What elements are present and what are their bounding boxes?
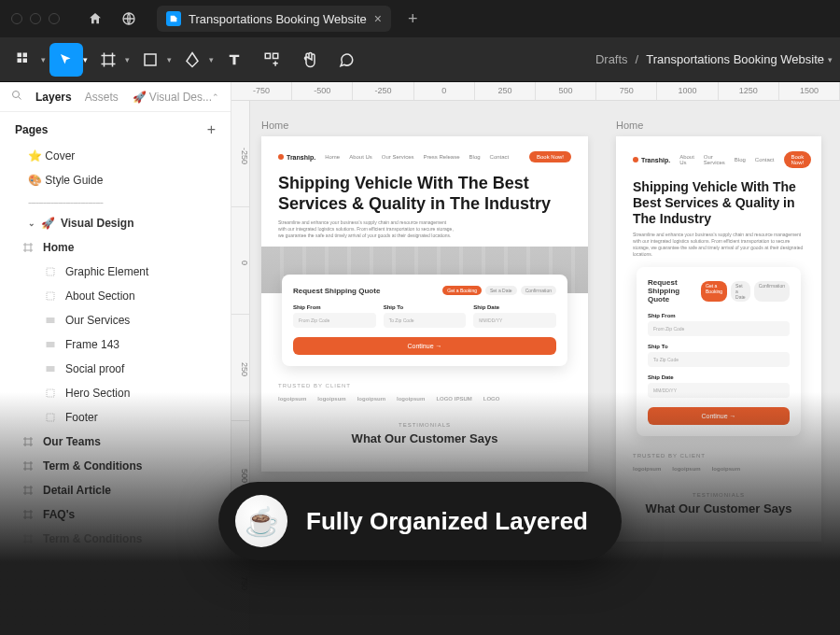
chevron-down-icon[interactable]: ▾ [828, 55, 833, 64]
group-icon [45, 388, 58, 399]
minimize-window-icon[interactable] [30, 13, 41, 24]
tab-layers[interactable]: Layers [35, 91, 72, 104]
artboard-mobile[interactable]: Home Tranship. About Us Our Services Blo… [616, 120, 821, 616]
titlebar: Transportations Booking Website × + [0, 0, 840, 37]
chevron-down-icon[interactable]: ▾ [83, 55, 88, 64]
artboard-label: Home [261, 120, 588, 131]
new-tab-button[interactable]: + [399, 6, 427, 33]
layer-about-section[interactable]: About Section [0, 284, 231, 308]
quote-steps: Get a Booking Set a Date Confirmation [701, 281, 790, 302]
nav-link: Contact [755, 157, 775, 162]
add-page-button[interactable]: + [207, 121, 216, 138]
move-tool-icon[interactable] [49, 43, 83, 77]
component-icon [45, 339, 58, 350]
layer-hero-section[interactable]: Hero Section [0, 381, 231, 405]
close-tab-icon[interactable]: × [374, 11, 382, 26]
layer-detail-article[interactable]: Detail Article [0, 478, 231, 502]
logo: Tranship. [278, 154, 315, 161]
frame-tool-icon[interactable] [91, 43, 125, 77]
artboard-frame[interactable]: Tranship. Home About Us Our Services Pre… [261, 136, 588, 472]
main-menu-icon[interactable] [7, 43, 41, 77]
home-icon[interactable] [82, 6, 108, 32]
toolbar: ▾ ▾ ▾ ▾ ▾ Drafts / Transportations Booki… [0, 37, 840, 82]
artboard-frame[interactable]: Tranship. About Us Our Services Blog Con… [616, 136, 821, 542]
nav-link: Press Release [424, 154, 460, 160]
file-tab[interactable]: Transportations Booking Website × [157, 6, 391, 32]
sidebar-tabs: Layers Assets 🚀 Visual Des... ⌃ [0, 82, 231, 112]
frame-icon [22, 509, 35, 520]
frame-icon [22, 485, 35, 496]
hero-subtitle: Streamline and enhance your business's s… [633, 232, 805, 258]
group-icon [45, 266, 58, 277]
tab-title: Transportations Booking Website [189, 12, 367, 26]
resources-tool-icon[interactable] [255, 43, 288, 77]
svg-rect-2 [23, 52, 28, 57]
component-icon [45, 363, 58, 374]
quote-title: Request Shipping Quote [648, 278, 701, 303]
frame-icon [22, 242, 35, 253]
nav-link: Our Services [704, 154, 725, 165]
tab-assets[interactable]: Assets [85, 91, 119, 104]
chevron-down-icon[interactable]: ▾ [125, 55, 130, 64]
continue-button: Continue → [648, 407, 790, 425]
chevron-down-icon[interactable]: ▾ [41, 55, 46, 64]
nav-link: About Us [679, 154, 694, 165]
page-style-guide[interactable]: 🎨 Style Guide [0, 168, 231, 192]
client-logos: logoipsum logoipsum logoipsum logoipsum … [278, 396, 571, 402]
client-logos: logoipsum logoipsum logoipsum [633, 466, 805, 472]
breadcrumb-separator: / [636, 52, 639, 66]
svg-rect-1 [18, 52, 22, 57]
site-nav: Tranship. Home About Us Our Services Pre… [278, 151, 571, 162]
breadcrumb-current[interactable]: Transportations Booking Website [646, 52, 824, 66]
layer-graphic-element[interactable]: Graphic Element [0, 260, 231, 284]
layer-faqs[interactable]: FAQ's [0, 502, 231, 527]
search-icon[interactable] [11, 90, 22, 104]
left-sidebar: Layers Assets 🚀 Visual Des... ⌃ Pages + … [0, 82, 231, 635]
pen-tool-icon[interactable] [175, 43, 209, 77]
shape-tool-icon[interactable] [133, 43, 167, 77]
hero-subtitle: Streamline and enhance your business's s… [278, 219, 454, 239]
site-nav: Tranship. About Us Our Services Blog Con… [633, 151, 805, 168]
step-badge: Get a Booking [442, 286, 482, 295]
text-tool-icon[interactable] [217, 43, 251, 77]
nav-link: Home [325, 154, 340, 160]
quote-card: Request Shipping Quote Get a Booking Set… [637, 267, 801, 436]
page-cover[interactable]: ⭐ Cover [0, 144, 231, 168]
close-window-icon[interactable] [11, 13, 22, 24]
layers-list: Home Graphic Element About Section Our S… [0, 235, 231, 635]
comment-tool-icon[interactable] [329, 43, 363, 77]
chevron-icon: ⌃ [212, 92, 219, 102]
maximize-window-icon[interactable] [49, 13, 60, 24]
globe-icon[interactable] [116, 6, 142, 32]
breadcrumb-parent[interactable]: Drafts [595, 52, 628, 66]
page-visual-design[interactable]: ⌄ 🚀 Visual Design [0, 211, 231, 235]
layer-our-teams[interactable]: Our Teams [0, 430, 231, 454]
testimonials-title: What Our Customer Says [633, 501, 805, 515]
nav-link: Blog [469, 154, 481, 160]
nav-link: Contact [490, 154, 510, 160]
layer-terms-2[interactable]: Term & Conditions [0, 527, 231, 551]
chevron-down-icon: ⌄ [28, 219, 35, 228]
layer-our-services[interactable]: Our Services [0, 308, 231, 332]
hand-tool-icon[interactable] [292, 43, 326, 77]
layer-frame-143[interactable]: Frame 143 [0, 332, 231, 357]
testimonials-label: TESTIMONIALS [278, 422, 571, 428]
pages-title: Pages [15, 123, 48, 136]
svg-rect-10 [47, 292, 54, 300]
layer-home[interactable]: Home [0, 235, 231, 260]
chevron-down-icon[interactable]: ▾ [167, 55, 172, 64]
svg-rect-6 [265, 53, 270, 58]
tab-project[interactable]: 🚀 Visual Des... ⌃ [133, 91, 219, 104]
field-ship-to: Ship ToTo Zip Code [384, 304, 467, 328]
hero-title: Shipping Vehicle With The Best Services … [278, 174, 571, 214]
breadcrumb: Drafts / Transportations Booking Website… [595, 52, 833, 66]
ruler-horizontal: -750 -500 -250 0 250 500 750 1000 1250 1… [231, 82, 840, 101]
quote-title: Request Shipping Quote [293, 287, 380, 295]
layer-footer[interactable]: Footer [0, 405, 231, 430]
coffee-icon: ☕ [235, 495, 287, 547]
chevron-down-icon[interactable]: ▾ [209, 55, 214, 64]
frame-icon [22, 533, 35, 544]
field-ship-to: Ship ToTo Zip Code [648, 344, 790, 367]
layer-social-proof[interactable]: Social proof [0, 357, 231, 381]
layer-terms[interactable]: Term & Conditions [0, 454, 231, 478]
